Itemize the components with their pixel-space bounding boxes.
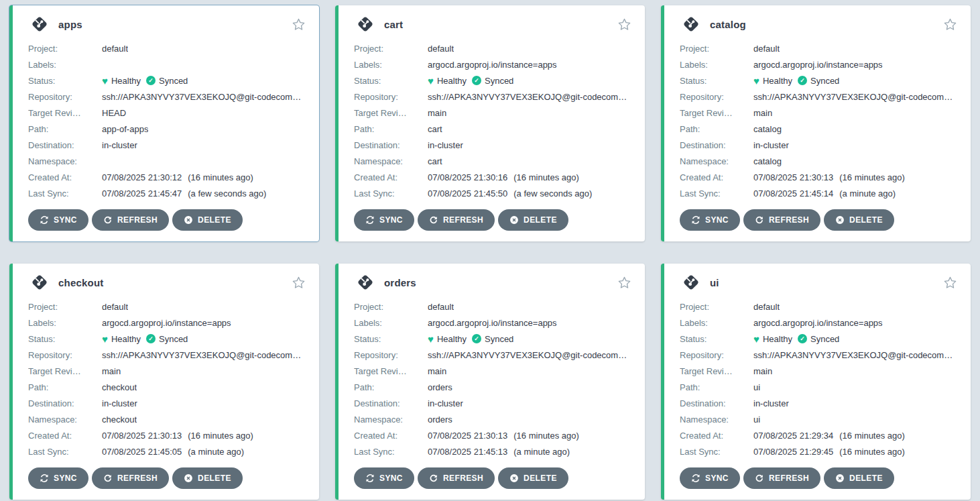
- button-label: DELETE: [849, 215, 883, 225]
- delete-icon: [509, 474, 519, 483]
- application-title[interactable]: ui: [710, 277, 719, 288]
- timestamp: 07/08/2025 21:30:16: [428, 172, 507, 182]
- application-card[interactable]: cart Project:defaultLabels:argocd.argopr…: [335, 5, 645, 241]
- card-header: orders: [354, 272, 634, 293]
- relative-time: (a minute ago): [839, 188, 896, 199]
- delete-button[interactable]: DELETE: [172, 209, 243, 231]
- application-card[interactable]: apps Project:defaultLabels:Status:♥Healt…: [9, 5, 319, 241]
- timestamp: 07/08/2025 21:45:47: [102, 188, 182, 199]
- card-fields: Project:defaultLabels:argocd.argoproj.io…: [28, 298, 308, 459]
- relative-time: (16 minutes ago): [188, 431, 253, 441]
- timestamp: 07/08/2025 21:30:13: [102, 431, 182, 441]
- application-icon: [355, 272, 375, 292]
- field-value: ui: [753, 414, 760, 425]
- field-row: Repository:ssh://APKA3NYVY37VEX3EKOJQ@gi…: [680, 89, 960, 105]
- delete-button[interactable]: DELETE: [498, 209, 568, 231]
- application-title[interactable]: checkout: [58, 277, 103, 288]
- button-label: SYNC: [705, 215, 729, 225]
- favorite-star-icon[interactable]: [943, 276, 957, 290]
- button-label: SYNC: [379, 215, 403, 225]
- field-label: Project:: [28, 302, 102, 312]
- timestamp: 07/08/2025 21:29:45: [753, 447, 833, 457]
- field-row: Destination:in-cluster: [680, 395, 960, 411]
- field-row: Labels:: [28, 56, 308, 72]
- refresh-button[interactable]: REFRESH: [418, 209, 495, 231]
- field-value: 07/08/2025 21:30:12(16 minutes ago): [102, 172, 253, 182]
- field-label: Destination:: [680, 398, 753, 408]
- application-title[interactable]: catalog: [710, 19, 746, 30]
- timestamp: 07/08/2025 21:30:12: [102, 172, 182, 182]
- field-row: Project:default: [680, 40, 960, 56]
- delete-button[interactable]: DELETE: [824, 467, 894, 489]
- refresh-button[interactable]: REFRESH: [418, 467, 495, 489]
- field-label: Status:: [28, 334, 102, 344]
- application-card[interactable]: catalog Project:defaultLabels:argocd.arg…: [661, 5, 971, 241]
- favorite-star-icon[interactable]: [617, 17, 631, 32]
- synced-check-icon: ✓: [146, 76, 156, 85]
- field-value: argocd.argoproj.io/instance=apps: [753, 60, 883, 70]
- field-value: 07/08/2025 21:29:45(16 minutes ago): [753, 447, 905, 457]
- button-label: SYNC: [705, 474, 729, 483]
- application-title[interactable]: apps: [58, 19, 82, 30]
- field-value: in-cluster: [102, 398, 137, 408]
- application-title[interactable]: cart: [384, 19, 403, 30]
- health-status-text: Healthy: [437, 334, 467, 344]
- field-row: Namespace:catalog: [680, 153, 960, 169]
- field-label: Project:: [354, 302, 428, 312]
- field-row: Labels:argocd.argoproj.io/instance=apps: [354, 315, 634, 331]
- application-title[interactable]: orders: [384, 277, 416, 288]
- field-label: Path:: [28, 124, 102, 134]
- healthy-heart-icon: ♥: [753, 334, 759, 344]
- status-value: ♥Healthy✓Synced: [753, 334, 839, 344]
- sync-button[interactable]: SYNC: [28, 467, 88, 489]
- sync-status-text: Synced: [485, 334, 513, 344]
- sync-button[interactable]: SYNC: [28, 209, 88, 231]
- application-card[interactable]: ui Project:defaultLabels:argocd.argoproj…: [661, 264, 971, 500]
- application-card[interactable]: checkout Project:defaultLabels:argocd.ar…: [9, 264, 319, 500]
- field-row: Last Sync:07/08/2025 21:45:05(a minute a…: [28, 443, 308, 459]
- sync-button[interactable]: SYNC: [680, 209, 740, 231]
- timestamp: 07/08/2025 21:45:05: [102, 447, 182, 457]
- card-fields: Project:defaultLabels:Status:♥Healthy✓Sy…: [28, 40, 308, 201]
- application-icon: [355, 14, 375, 34]
- field-row: Destination:in-cluster: [354, 137, 634, 153]
- card-actions: SYNCREFRESHDELETE: [680, 467, 960, 489]
- field-value: argocd.argoproj.io/instance=apps: [428, 318, 557, 328]
- refresh-button[interactable]: REFRESH: [743, 209, 820, 231]
- delete-button[interactable]: DELETE: [172, 467, 243, 489]
- field-row: Repository:ssh://APKA3NYVY37VEX3EKOJQ@gi…: [28, 89, 308, 105]
- field-row: Project:default: [28, 40, 308, 56]
- favorite-star-icon[interactable]: [292, 17, 306, 32]
- field-label: Repository:: [354, 350, 428, 360]
- favorite-star-icon[interactable]: [943, 17, 957, 32]
- relative-time: (a few seconds ago): [188, 188, 266, 199]
- button-label: REFRESH: [117, 474, 158, 483]
- delete-button[interactable]: DELETE: [824, 209, 894, 231]
- card-actions: SYNCREFRESHDELETE: [354, 467, 634, 489]
- field-label: Created At:: [354, 172, 428, 182]
- sync-button[interactable]: SYNC: [680, 467, 740, 489]
- field-value: ui: [753, 382, 760, 392]
- refresh-button[interactable]: REFRESH: [743, 467, 820, 489]
- refresh-button[interactable]: REFRESH: [92, 209, 169, 231]
- field-value: 07/08/2025 21:45:13(a minute ago): [428, 447, 570, 457]
- health-status-text: Healthy: [111, 76, 141, 86]
- favorite-star-icon[interactable]: [292, 276, 306, 290]
- field-label: Created At:: [28, 172, 102, 182]
- sync-button[interactable]: SYNC: [354, 209, 414, 231]
- field-value: default: [102, 44, 128, 54]
- application-card[interactable]: orders Project:defaultLabels:argocd.argo…: [335, 264, 645, 500]
- favorite-star-icon[interactable]: [617, 276, 631, 290]
- sync-button[interactable]: SYNC: [354, 467, 414, 489]
- field-row: Created At:07/08/2025 21:30:13(16 minute…: [354, 427, 634, 443]
- field-row: Path:ui: [680, 379, 960, 395]
- field-row: Last Sync:07/08/2025 21:45:14(a minute a…: [680, 185, 960, 201]
- button-label: DELETE: [524, 474, 557, 483]
- relative-time: (16 minutes ago): [513, 431, 579, 441]
- field-label: Labels:: [680, 318, 753, 328]
- field-row: Repository:ssh://APKA3NYVY37VEX3EKOJQ@gi…: [354, 347, 634, 363]
- synced-check-icon: ✓: [798, 76, 807, 85]
- delete-button[interactable]: DELETE: [498, 467, 568, 489]
- field-value: default: [753, 302, 780, 312]
- refresh-button[interactable]: REFRESH: [92, 467, 169, 489]
